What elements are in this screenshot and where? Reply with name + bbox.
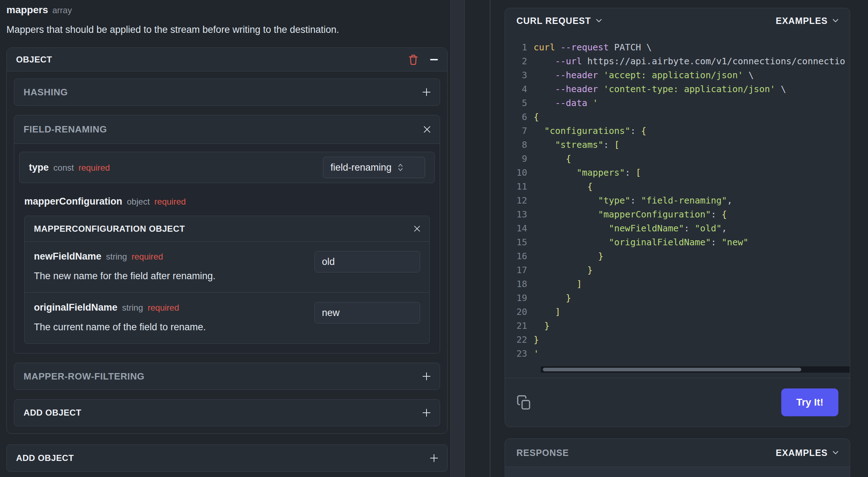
response-body — [505, 467, 850, 477]
add-object-button[interactable] — [430, 454, 438, 462]
close-mapper-configuration-button[interactable] — [414, 226, 420, 232]
request-examples-label: EXAMPLES — [776, 16, 828, 26]
line-number: 3 — [505, 70, 527, 80]
type-select[interactable]: field-renaming — [323, 157, 425, 178]
line-number: 12 — [505, 195, 527, 206]
code-line: 15 "originalFieldName": "new" — [505, 235, 850, 249]
code-line: 1curl --request PATCH \ — [505, 40, 850, 54]
response-title: RESPONSE — [516, 448, 569, 458]
code-line: 17 } — [505, 263, 850, 277]
original-field-name-input[interactable] — [314, 302, 420, 323]
mapper-configuration-box-title: MAPPERCONFIGURATION OBJECT — [34, 224, 185, 234]
code-line: 2 --url https://api.airbyte.com/v1/conne… — [505, 54, 850, 68]
curl-request-header: CURL REQUEST EXAMPLES — [505, 8, 850, 33]
line-number: 15 — [505, 237, 527, 247]
delete-object-button[interactable] — [408, 54, 419, 65]
try-it-button[interactable]: Try It! — [781, 388, 838, 416]
plus-icon — [423, 372, 430, 380]
field-renaming-body: type const required field-renaming — [14, 144, 440, 353]
object-group-title: OBJECT — [16, 55, 52, 65]
object-group-body: HASHING FIELD-RENAMING — [7, 71, 447, 433]
add-object-button[interactable] — [423, 409, 430, 417]
chevron-down-icon — [833, 451, 838, 455]
code-line: 4 --header 'content-type: application/js… — [505, 82, 850, 96]
field-kind: object — [127, 197, 150, 207]
field-name: newFieldName — [34, 251, 101, 262]
curl-request-dropdown[interactable]: CURL REQUEST — [516, 16, 602, 26]
add-object-inner[interactable]: ADD OBJECT — [14, 399, 440, 426]
field-name: mapperConfiguration — [24, 196, 122, 207]
chevron-down-icon — [833, 19, 838, 22]
field-name: type — [29, 162, 49, 173]
page-scrollbar[interactable] — [450, 0, 465, 477]
type-field-title: type const required — [29, 162, 110, 173]
field-required-badge: required — [79, 163, 110, 173]
scrollbar-thumb[interactable] — [543, 368, 801, 371]
field-renaming-label: FIELD-RENAMING — [24, 124, 107, 135]
stepper-chevrons-icon — [398, 164, 403, 171]
property-header: mappers array — [6, 4, 448, 16]
line-number: 9 — [505, 154, 527, 164]
property-description: Mappers that should be applied to the st… — [6, 24, 448, 35]
field-info: newFieldName string required The new nam… — [34, 251, 306, 282]
line-number: 1 — [505, 42, 527, 52]
plus-icon — [430, 454, 438, 462]
line-number: 23 — [505, 348, 527, 359]
copy-icon — [516, 395, 531, 410]
add-object-label: ADD OBJECT — [24, 408, 81, 418]
line-number: 20 — [505, 307, 527, 317]
code-lines: 1curl --request PATCH \2 --url https://a… — [505, 40, 850, 361]
expand-mapper-row-filtering-button[interactable] — [423, 372, 430, 380]
code-line: 22} — [505, 333, 850, 347]
response-examples-dropdown[interactable]: EXAMPLES — [776, 448, 838, 458]
field-required-badge: required — [155, 197, 186, 207]
response-examples-label: EXAMPLES — [776, 448, 828, 458]
close-field-renaming-button[interactable] — [424, 126, 430, 133]
copy-code-button[interactable] — [516, 395, 531, 410]
line-number: 8 — [505, 140, 527, 150]
schema-column: mappers array Mappers that should be app… — [6, 4, 448, 472]
close-icon — [424, 126, 430, 133]
object-group-actions — [408, 54, 438, 65]
line-number: 2 — [505, 56, 527, 66]
field-kind: string — [122, 303, 143, 313]
line-number: 21 — [505, 321, 527, 331]
expand-hashing-button[interactable] — [423, 88, 430, 96]
code-line: 6{ — [505, 110, 850, 124]
code-line: 7 "configurations": { — [505, 124, 850, 138]
plus-icon — [423, 409, 430, 417]
property-type: array — [52, 5, 72, 15]
plus-icon — [423, 88, 430, 96]
add-object-outer[interactable]: ADD OBJECT — [6, 445, 448, 472]
new-field-name-input[interactable] — [314, 251, 420, 272]
code-line: 9 { — [505, 152, 850, 166]
curl-request-panel: CURL REQUEST EXAMPLES 1curl --request PA… — [505, 8, 850, 427]
field-renaming-header[interactable]: FIELD-RENAMING — [14, 115, 440, 144]
code-line: 21 } — [505, 319, 850, 333]
trash-icon — [408, 54, 419, 65]
close-icon — [414, 226, 420, 232]
line-number: 10 — [505, 167, 527, 178]
line-number: 16 — [505, 251, 527, 261]
collapse-object-button[interactable] — [430, 59, 438, 61]
line-number: 14 — [505, 223, 527, 234]
line-number: 7 — [505, 126, 527, 136]
mapper-row-filtering-section[interactable]: MAPPER-ROW-FILTERING — [14, 363, 440, 390]
code-line: 12 "type": "field-renaming", — [505, 194, 850, 207]
field-description: The new name for the field after renamin… — [34, 271, 306, 282]
field-required-badge: required — [148, 303, 179, 313]
line-number: 22 — [505, 335, 527, 345]
code-line: 20 ] — [505, 305, 850, 319]
curl-request-title: CURL REQUEST — [516, 16, 591, 26]
mapper-row-filtering-label: MAPPER-ROW-FILTERING — [24, 371, 145, 382]
code-line: 10 "mappers": [ — [505, 166, 850, 180]
line-number: 4 — [505, 84, 527, 94]
add-object-label: ADD OBJECT — [16, 453, 74, 463]
hashing-section[interactable]: HASHING — [14, 79, 440, 106]
field-kind: string — [106, 252, 127, 262]
request-examples-dropdown[interactable]: EXAMPLES — [776, 16, 838, 26]
field-renaming-section: FIELD-RENAMING type const r — [14, 115, 440, 353]
original-field-name-row: originalFieldName string required The cu… — [25, 292, 429, 343]
field-required-badge: required — [132, 252, 163, 262]
code-horizontal-scrollbar[interactable] — [541, 366, 850, 373]
